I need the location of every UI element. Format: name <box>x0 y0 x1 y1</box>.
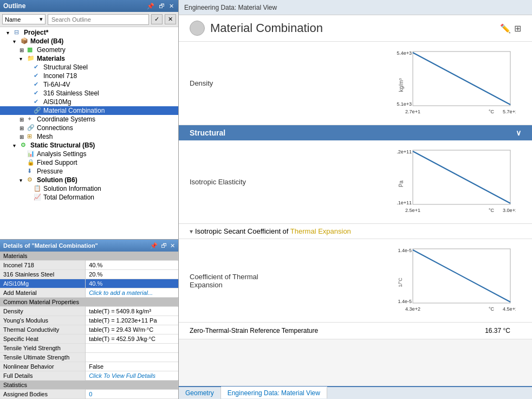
details-row-nonlinear[interactable]: Nonlinear Behavior False <box>0 362 178 371</box>
cancel-btn[interactable]: ✕ <box>165 14 176 24</box>
tree-item-analysis[interactable]: ▾ 📊 Analysis Settings <box>0 150 178 158</box>
detail-key-316: 316 Stainless Steel <box>0 270 86 279</box>
detail-val-youngs: table(T) = 1.2023e+11 Pa <box>86 316 178 325</box>
details-row-tensile-ult[interactable]: Tensile Ultimate Strength <box>0 353 178 362</box>
svg-text:1.1e+11: 1.1e+11 <box>397 200 412 205</box>
tree-label-inconel: Inconel 718 <box>43 72 77 80</box>
tree-label-connections: Connections <box>37 124 73 132</box>
tree-label-mesh: Mesh <box>37 133 53 140</box>
deform-icon: 📈 <box>34 194 42 201</box>
close-icon-details[interactable]: ✕ <box>170 242 175 249</box>
details-row-alsi[interactable]: AlSi10Mg 40.% <box>0 279 178 288</box>
detail-key-assigned: Assigned Bodies <box>0 390 86 399</box>
isotropic-label: Isotropic Elasticity <box>190 178 287 186</box>
detail-val-thermal-cond: table(T) = 29.43 W/m·°C <box>86 325 178 334</box>
tree-item-inconel[interactable]: ▾ ✔ Inconel 718 <box>0 72 178 80</box>
details-row-youngs[interactable]: Young's Modulus table(T) = 1.2023e+11 Pa <box>0 316 178 325</box>
tree-item-coord[interactable]: ⊞ ✦ Coordinate Systems <box>0 115 178 124</box>
mat-icon-inconel: ✔ <box>34 72 42 80</box>
tree-label-analysis: Analysis Settings <box>37 150 86 158</box>
tree-item-static[interactable]: ▾ ⚙ Static Structural (B5) <box>0 141 178 150</box>
detail-val-tensile-yield <box>86 344 178 353</box>
tree-label-316: 316 Stainless Steel <box>43 89 99 97</box>
tab-geometry[interactable]: Geometry <box>179 387 221 399</box>
svg-text:4.5e+2: 4.5e+2 <box>503 306 516 312</box>
confirm-btn[interactable]: ✓ <box>151 14 163 24</box>
pin-icon-details[interactable]: 📌 <box>150 242 158 249</box>
tree-item-sol-info[interactable]: ▾ 📋 Solution Information <box>0 184 178 193</box>
details-row-316ss[interactable]: 316 Stainless Steel 20.% <box>0 270 178 279</box>
details-row-specific-heat[interactable]: Specific Heat table(T) = 452.59 J/kg·°C <box>0 334 178 344</box>
table-icon[interactable]: ⊞ <box>514 23 521 34</box>
svg-text:3.0e+2: 3.0e+2 <box>503 208 516 213</box>
tree-item-project[interactable]: ▾ ⊟ Project* <box>0 28 178 37</box>
tree-item-total-def[interactable]: ▾ 📈 Total Deformation <box>0 193 178 202</box>
svg-text:°C: °C <box>489 109 495 114</box>
tree-item-mat-combo[interactable]: ▾ 🔗 Material Combination <box>0 106 178 115</box>
density-chart-svg: kg/m³ 5.4e+3 5.1e+3 2.7e+1 °C 5.7e+2 <box>397 47 516 118</box>
structural-collapse-icon[interactable]: ∨ <box>516 128 521 137</box>
restore-icon[interactable]: 🗗 <box>161 242 167 249</box>
svg-text:5.7e+2: 5.7e+2 <box>503 109 516 114</box>
mat-icon-alsi: ✔ <box>34 98 42 106</box>
tree-label-project: Project* <box>24 29 48 36</box>
tree-item-geometry[interactable]: ⊞ ▦ Geometry <box>0 46 178 54</box>
pin-icon[interactable]: 📌 <box>146 2 155 10</box>
material-name: Material Combination <box>210 21 323 35</box>
coeff-chart: 1/°C 1.4e-5 1.4e-5 4.3e+2 °C 4.5e+2 <box>397 244 516 317</box>
mat-icon-combo: 🔗 <box>34 107 42 114</box>
tree-item-alsi10mg[interactable]: ▾ ✔ AlSi10Mg <box>0 98 178 106</box>
tree-label-materials: Materials <box>37 55 65 62</box>
tree-item-solution[interactable]: ▾ ⚙ Solution (B6) <box>0 176 178 184</box>
detail-key-specific-heat: Specific Heat <box>0 334 86 344</box>
tree-item-316ss[interactable]: ▾ ✔ 316 Stainless Steel <box>0 89 178 98</box>
close-icon[interactable]: ✕ <box>168 2 175 10</box>
tree-item-mesh[interactable]: ⊞ ⊞ Mesh <box>0 132 178 141</box>
tree-item-ti6al4v[interactable]: ▾ ✔ Ti-6Al-4V <box>0 80 178 89</box>
name-dropdown[interactable]: Name ▾ <box>2 14 46 24</box>
density-label: Density <box>190 79 287 87</box>
tree-item-connections[interactable]: ⊞ 🔗 Connections <box>0 124 178 132</box>
details-row-full-details[interactable]: Full Details Click To View Full Details <box>0 371 178 381</box>
structural-label: Structural <box>190 128 225 137</box>
outline-header-icons: 📌 🗗 ✕ <box>146 2 175 10</box>
outline-tree: ▾ ⊟ Project* ▾ 📦 Model (B4) ⊞ ▦ Geometry <box>0 27 178 239</box>
details-row-assigned[interactable]: Assigned Bodies 0 <box>0 390 178 399</box>
svg-text:1.4e-5: 1.4e-5 <box>398 299 412 304</box>
tree-item-materials[interactable]: ▾ 📁 Materials <box>0 54 178 63</box>
zero-ref-row: Zero-Thermal-Strain Reference Temperatur… <box>179 323 532 339</box>
material-icon-circle <box>190 21 205 36</box>
svg-text:Pa: Pa <box>398 180 404 187</box>
search-outline-input[interactable] <box>48 14 149 25</box>
tree-label-alsi: AlSi10Mg <box>43 98 71 106</box>
thermal-collapse-icon[interactable]: ▾ <box>190 228 193 235</box>
tree-item-fixed[interactable]: ▾ 🔒 Fixed Support <box>0 158 178 167</box>
outline-title: Outline <box>3 2 25 10</box>
tree-item-pressure[interactable]: ▾ ⬇ Pressure <box>0 167 178 176</box>
details-row-thermal-cond[interactable]: Thermal Conductivity table(T) = 29.43 W/… <box>0 325 178 334</box>
density-chart: kg/m³ 5.4e+3 5.1e+3 2.7e+1 °C 5.7e+2 <box>397 47 516 119</box>
tree-item-model[interactable]: ▾ 📦 Model (B4) <box>0 37 178 46</box>
tree-item-struct-steel[interactable]: ▾ ✔ Structural Steel <box>0 63 178 72</box>
isotropic-row: Isotropic Elasticity Pa 1.2e+11 1.1e+11 … <box>179 140 532 224</box>
details-row-tensile-yield[interactable]: Tensile Yield Strength <box>0 344 178 353</box>
right-header-title: Engineering Data: Material View <box>184 4 277 11</box>
content-area: Density kg/m³ 5.4e+3 5.1e+3 <box>179 42 532 386</box>
svg-text:5.4e+3: 5.4e+3 <box>397 50 412 56</box>
thermal-label: Isotropic Secant Coefficient of Thermal … <box>195 227 351 235</box>
zero-ref-label: Zero-Thermal-Strain Reference Temperatur… <box>190 327 352 334</box>
svg-text:4.3e+2: 4.3e+2 <box>405 306 420 312</box>
detail-key-youngs: Young's Modulus <box>0 316 86 325</box>
detail-key-addmat: Add Material <box>0 288 86 298</box>
edit-icon[interactable]: ✏️ <box>500 23 511 34</box>
details-row-inconel[interactable]: Inconel 718 40.% <box>0 261 178 270</box>
tree-label-total-def: Total Deformation <box>43 194 94 201</box>
tree-label-struct-steel: Structural Steel <box>43 63 88 71</box>
undock-icon[interactable]: 🗗 <box>158 2 166 10</box>
tab-engineering-data[interactable]: Engineering Data: Material View <box>221 387 327 398</box>
details-section-common: Common Material Properties <box>0 298 178 307</box>
mat-icon-316: ✔ <box>34 89 42 97</box>
details-row-addmat[interactable]: Add Material Click to add a material... <box>0 288 178 298</box>
sol-info-icon: 📋 <box>34 185 42 192</box>
details-row-density[interactable]: Density table(T) = 5409.8 kg/m³ <box>0 307 178 316</box>
